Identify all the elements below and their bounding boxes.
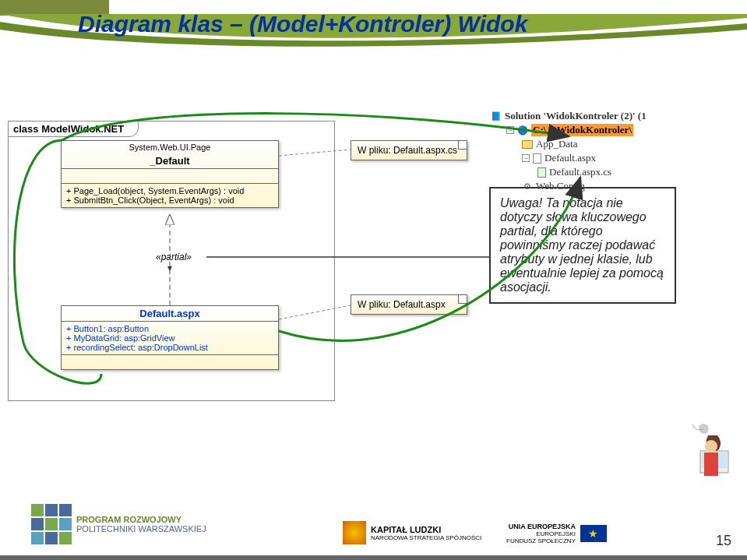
logo-kapital-ludzki: KAPITAŁ LUDZKI NARODOWA STRATEGIA SPÓJNO… [343,521,481,544]
class-stereotype: System.Web.UI.Page [62,141,278,153]
op: + Page_Load(object, System.EventArgs) : … [66,186,273,195]
logo-text: NARODOWA STRATEGIA SPÓJNOŚCI [371,534,481,541]
logo-text: KAPITAŁ LUDZKI [371,525,481,534]
footer-bar [0,555,747,560]
attr: + Button1: asp:Button [66,324,273,333]
logo-text: POLITECHNIKI WARSZAWSKIEJ [76,524,206,534]
tree-toggle-icon: − [522,154,530,162]
page-title: Diagram klas – (Model+Kontroler) Widok [78,11,527,37]
avatar-illustration [661,420,731,498]
op: + SubmitBtn_Click(Object, EventArgs) : v… [66,195,273,205]
diagram-area: 📘Solution 'WidokKontroler (2)' (1 −🔵C:\.… [8,62,740,467]
class-name: Default.aspx [62,306,278,321]
class-attributes: + Button1: asp:Button + MyDataGrid: asp:… [62,321,278,354]
svg-point-7 [705,440,717,453]
footer: PROGRAM ROZWOJOWY POLITECHNIKI WARSZAWSK… [0,474,747,560]
tree-toggle-icon: − [506,126,514,134]
logo-text: EUROPEJSKI [506,530,576,537]
partial-label: «partial» [156,252,192,262]
tree-project: C:\...\WidokKontroler\ [531,124,633,136]
solution-icon: 📘 [491,111,502,122]
logo-text: FUNDUSZ SPOŁECZNY [506,537,576,544]
page-number: 15 [716,533,731,549]
cs-file-icon [537,167,546,178]
solution-explorer-snippet: 📘Solution 'WidokKontroler (2)' (1 −🔵C:\.… [491,109,701,193]
eu-flag-icon: ★ [580,525,607,542]
folder-icon [522,140,533,149]
package-label: class ModelWidok.NET [8,121,139,137]
class-attributes-empty [62,168,278,183]
attr: + MyDataGrid: asp:GridView [66,333,273,343]
class-operations-empty [62,354,278,369]
logo-program-rozwojowy: PROGRAM ROZWOJOWY POLITECHNIKI WARSZAWSK… [31,504,206,544]
tree-item: Default.aspx.cs [549,166,611,178]
warning-callout: Uwaga! Ta notacja nie dotyczy słowa kluc… [489,187,676,304]
class-operations: + Page_Load(object, System.EventArgs) : … [62,183,278,207]
attr: + recordingSelect: asp:DropDownList [66,343,273,352]
logo-text: PROGRAM ROZWOJOWY [76,515,206,524]
class-name: _Default [62,153,278,168]
class-default-aspx: Default.aspx + Button1: asp:Button + MyD… [61,305,279,370]
tree-item: Default.aspx [544,152,596,164]
logo-eu: UNIA EUROPEJSKA EUROPEJSKI FUNDUSZ SPOŁE… [506,523,607,544]
aspx-file-icon [533,153,541,164]
svg-rect-8 [704,453,718,476]
tree-item: App_Data [536,138,577,150]
logo-text: UNIA EUROPEJSKA [506,523,576,530]
project-icon: 🔵 [517,125,528,136]
star-icon [343,521,366,544]
tree-solution: Solution 'WidokKontroler (2)' (1 [505,110,647,122]
class-default: System.Web.UI.Page _Default + Page_Load(… [61,140,279,208]
note-aspx-file: W pliku: Default.aspx [351,294,467,315]
note-cs-file: W pliku: Default.aspx.cs [351,140,467,160]
